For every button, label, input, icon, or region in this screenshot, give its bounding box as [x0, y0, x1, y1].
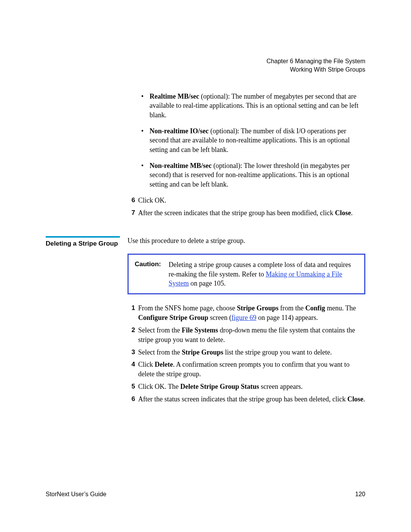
side-heading-wrap: Deleting a Stripe Group: [46, 236, 127, 248]
step-number: 5: [127, 382, 135, 391]
step-number: 3: [127, 348, 135, 356]
section-body: Use this procedure to delete a stripe gr…: [127, 236, 365, 408]
page: Chapter 6 Managing the File System Worki…: [0, 0, 411, 532]
bullet-nonrealtime-io: Non-realtime IO/sec (optional): The numb…: [139, 126, 365, 154]
caution-box: Caution: Deleting a stripe group causes …: [127, 254, 365, 294]
delete-step-6: 6 After the status screen indicates that…: [127, 395, 365, 404]
delete-step-4: 4 Click Delete. A confirmation screen pr…: [127, 360, 365, 379]
modify-steps-tail: 6 Click OK. 7 After the screen indicates…: [127, 196, 365, 218]
delete-step-3: 3 Select from the Stripe Groups list the…: [127, 348, 365, 357]
bullet-term: Non-realtime IO/sec: [150, 127, 209, 135]
step-text: Click OK.: [138, 197, 166, 204]
footer-page-number: 120: [355, 491, 365, 498]
bullet-term: Realtime MB/sec: [150, 93, 199, 100]
delete-step-1: 1 From the SNFS home page, choose Stripe…: [127, 304, 365, 323]
caution-label: Caution:: [135, 260, 161, 288]
step-number: 1: [127, 304, 135, 312]
side-heading: Deleting a Stripe Group: [46, 236, 120, 248]
delete-step-2: 2 Select from the File Systems drop-down…: [127, 326, 365, 345]
options-bullet-list: Realtime MB/sec (optional): The number o…: [139, 92, 365, 189]
header-chapter: Chapter 6 Managing the File System: [46, 57, 365, 66]
header-section: Working With Stripe Groups: [46, 66, 365, 74]
step-6: 6 Click OK.: [127, 196, 365, 205]
bullet-nonrealtime-mb: Non-realtime MB/sec (optional): The lowe…: [139, 161, 365, 189]
step-number: 2: [127, 326, 135, 334]
step-text: After the screen indicates that the stri…: [138, 209, 335, 217]
footer-guide-name: StorNext User’s Guide: [46, 491, 106, 498]
step-number: 4: [127, 360, 135, 369]
step-number: 7: [127, 208, 135, 217]
delete-steps-list: 1 From the SNFS home page, choose Stripe…: [127, 304, 365, 404]
step-7: 7 After the screen indicates that the st…: [127, 208, 365, 218]
link-figure-69[interactable]: figure 69: [231, 314, 256, 321]
close-bold: Close: [335, 209, 351, 217]
continuation-content: Realtime MB/sec (optional): The number o…: [127, 92, 365, 217]
delete-step-5: 5 Click OK. The Delete Stripe Group Stat…: [127, 382, 365, 391]
bullet-term: Non-realtime MB/sec: [150, 162, 212, 169]
section-deleting-stripe-group: Deleting a Stripe Group Use this procedu…: [46, 236, 365, 408]
step-number: 6: [127, 395, 135, 403]
caution-text: Deleting a stripe group causes a complet…: [169, 260, 358, 288]
bullet-realtime-mb: Realtime MB/sec (optional): The number o…: [139, 92, 365, 120]
step-number: 6: [127, 196, 135, 204]
section-intro: Use this procedure to delete a stripe gr…: [127, 236, 365, 246]
page-header: Chapter 6 Managing the File System Worki…: [46, 57, 365, 73]
page-footer: StorNext User’s Guide 120: [46, 491, 365, 498]
